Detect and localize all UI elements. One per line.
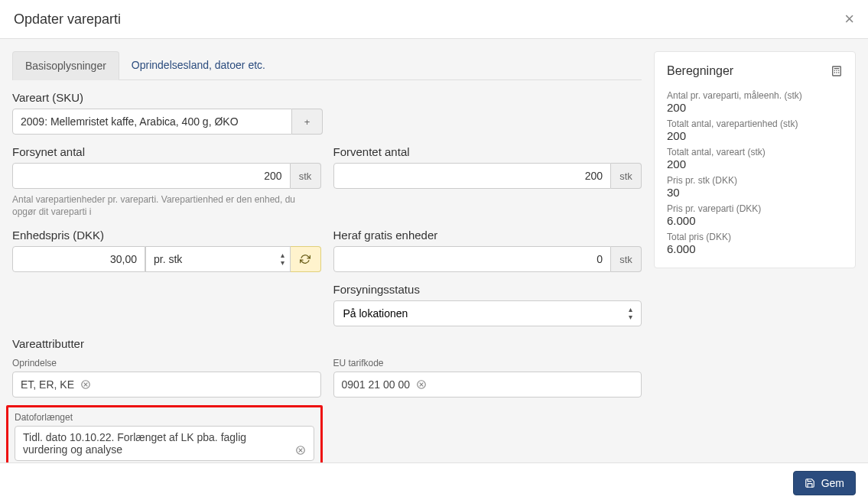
modal-title: Opdater vareparti (14, 11, 121, 28)
tab-origin[interactable]: Oprindelsesland, datoer etc. (119, 51, 278, 80)
origin-clear-button[interactable] (80, 379, 91, 390)
unit-price-label: Enhedspris (DKK) (12, 229, 321, 242)
tabs: Basisoplysninger Oprindelsesland, datoer… (12, 51, 642, 80)
tariff-attr-field[interactable]: 0901 21 00 00 (333, 372, 642, 398)
calc-value: 200 (667, 129, 843, 142)
calc-label: Totalt antal, varepartienhed (stk) (667, 118, 843, 129)
sku-add-button[interactable]: + (292, 109, 323, 135)
save-icon (805, 478, 815, 488)
refresh-icon (300, 254, 310, 264)
clear-icon (416, 379, 427, 390)
unit-price-input[interactable] (12, 246, 145, 272)
date-ext-field[interactable]: Tidl. dato 10.10.22. Forlænget af LK pba… (15, 426, 314, 461)
unit-price-refresh-button[interactable] (291, 246, 321, 272)
calc-value: 6.000 (667, 214, 843, 227)
origin-attr-value: ET, ER, KE (21, 378, 74, 391)
supply-status-label: Forsyningsstatus (333, 283, 642, 296)
free-units-unit: stk (611, 246, 642, 272)
date-ext-label: Datoforlænget (15, 412, 314, 423)
tariff-attr-value: 0901 21 00 00 (342, 378, 411, 391)
calculations-title: Beregninger (667, 64, 733, 78)
calc-label: Totalt antal, vareart (stk) (667, 147, 843, 157)
calc-value: 6.000 (667, 242, 843, 255)
calc-value: 200 (667, 101, 843, 114)
sku-input[interactable] (12, 109, 292, 135)
calc-label: Pris pr. vareparti (DKK) (667, 203, 843, 214)
calculator-icon (831, 65, 843, 77)
attrs-section-title: Vareattributter (12, 337, 642, 350)
supplied-qty-hint: Antal varepartienheder pr. vareparti. Va… (12, 193, 321, 218)
tab-basic[interactable]: Basisoplysninger (12, 51, 119, 80)
plus-icon: + (304, 116, 310, 128)
free-units-input[interactable] (333, 246, 612, 272)
sku-label: Vareart (SKU) (12, 91, 323, 104)
clear-icon (295, 445, 306, 456)
origin-attr-field[interactable]: ET, ER, KE (12, 372, 321, 398)
unit-price-per-select[interactable]: pr. stk (145, 246, 291, 272)
date-ext-value: Tidl. dato 10.10.22. Forlænget af LK pba… (23, 431, 289, 456)
supplied-qty-label: Forsynet antal (12, 145, 321, 158)
date-ext-clear-button[interactable] (295, 445, 306, 456)
calculations-card: Beregninger Antal pr. vareparti, måleenh… (654, 51, 856, 268)
origin-attr-label: Oprindelse (12, 358, 321, 368)
calc-value: 30 (667, 186, 843, 199)
expected-qty-label: Forventet antal (333, 145, 642, 158)
calc-label: Pris pr. stk (DKK) (667, 175, 843, 186)
calc-label: Antal pr. vareparti, måleenh. (stk) (667, 90, 843, 101)
expected-qty-unit: stk (611, 163, 642, 189)
calc-label: Total pris (DKK) (667, 232, 843, 242)
expected-qty-input[interactable] (333, 163, 612, 189)
supplied-qty-input[interactable] (12, 163, 291, 189)
save-button-label: Gem (821, 477, 844, 489)
save-button[interactable]: Gem (793, 471, 856, 495)
calc-value: 200 (667, 157, 843, 170)
tariff-clear-button[interactable] (416, 379, 427, 390)
close-icon: × (844, 9, 854, 28)
free-units-label: Heraf gratis enheder (333, 229, 642, 242)
supply-status-select[interactable]: På lokationen (333, 300, 642, 326)
clear-icon (80, 379, 91, 390)
close-button[interactable]: × (844, 11, 854, 28)
tariff-attr-label: EU tarifkode (333, 358, 642, 368)
supplied-qty-unit: stk (291, 163, 321, 189)
date-extension-highlight: Datoforlænget Tidl. dato 10.10.22. Forlæ… (6, 405, 323, 462)
